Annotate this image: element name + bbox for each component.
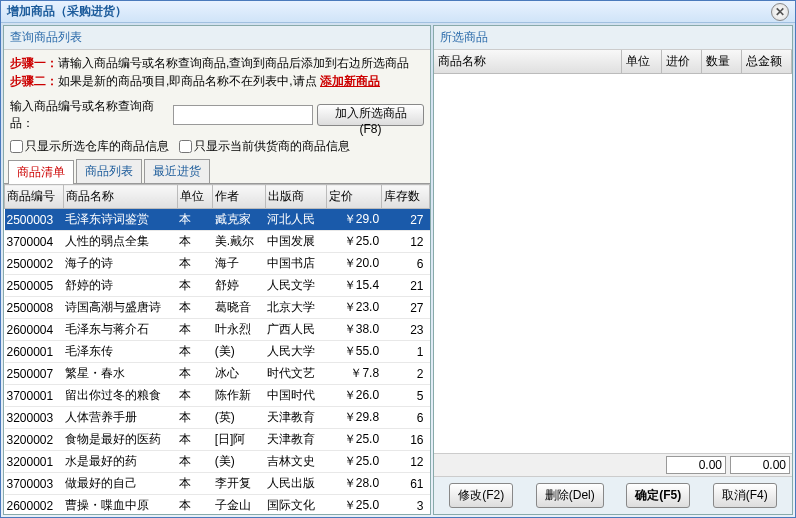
total-qty: 0.00 — [666, 456, 726, 474]
add-selected-button[interactable]: 加入所选商品(F8) — [317, 104, 424, 126]
titlebar: 增加商品（采购进货） ✕ — [1, 1, 795, 23]
query-panel: 查询商品列表 步骤一：请输入商品编号或名称查询商品,查询到商品后添加到右边所选商… — [3, 25, 431, 515]
col-header[interactable]: 商品名称 — [63, 185, 177, 209]
table-row[interactable]: 3200003人体营养手册本(英)天津教育￥29.86 — [5, 407, 430, 429]
col-header[interactable]: 单位 — [177, 185, 213, 209]
filter-supplier[interactable]: 只显示当前供货商的商品信息 — [179, 138, 350, 155]
query-panel-title: 查询商品列表 — [4, 26, 430, 50]
search-input[interactable] — [173, 105, 313, 125]
tab-product-table[interactable]: 商品列表 — [76, 159, 142, 183]
table-row[interactable]: 2500002海子的诗本海子中国书店￥20.06 — [5, 253, 430, 275]
table-row[interactable]: 3700001留出你过冬的粮食本陈作新中国时代￥26.05 — [5, 385, 430, 407]
tab-recent-purchase[interactable]: 最近进货 — [144, 159, 210, 183]
col-header[interactable]: 定价 — [326, 185, 381, 209]
table-row[interactable]: 2600004毛泽东与蒋介石本叶永烈广西人民￥38.023 — [5, 319, 430, 341]
step1-text: 请输入商品编号或名称查询商品,查询到商品后添加到右边所选商品 — [58, 56, 409, 70]
table-row[interactable]: 2500008诗国高潮与盛唐诗本葛晓音北京大学￥23.027 — [5, 297, 430, 319]
table-row[interactable]: 3700003做最好的自己本李开复人民出版￥28.061 — [5, 473, 430, 495]
total-amount: 0.00 — [730, 456, 790, 474]
col-header[interactable]: 库存数 — [381, 185, 429, 209]
selected-header: 商品名称 单位 进价 数量 总金额 — [434, 50, 792, 74]
table-row[interactable]: 3200002食物是最好的医药本[日]阿天津教育￥25.016 — [5, 429, 430, 451]
ok-button[interactable]: 确定(F5) — [626, 483, 690, 508]
filter-warehouse-checkbox[interactable] — [10, 140, 23, 153]
table-row[interactable]: 3700004人性的弱点全集本美.戴尔中国发展￥25.012 — [5, 231, 430, 253]
add-new-product-link[interactable]: 添加新商品 — [320, 74, 380, 88]
product-table[interactable]: 商品编号商品名称单位作者出版商定价库存数 2500003毛泽东诗词鉴赏本臧克家河… — [4, 184, 430, 514]
col-header[interactable]: 作者 — [213, 185, 266, 209]
search-label: 输入商品编号或名称查询商品： — [10, 98, 169, 132]
col-total: 总金额 — [742, 50, 792, 73]
totals-row: 0.00 0.00 — [434, 453, 792, 476]
selected-panel: 所选商品 商品名称 单位 进价 数量 总金额 0.00 0.00 修改(F2) … — [433, 25, 793, 515]
filter-supplier-checkbox[interactable] — [179, 140, 192, 153]
col-name: 商品名称 — [434, 50, 622, 73]
delete-button[interactable]: 删除(Del) — [536, 483, 604, 508]
col-header[interactable]: 出版商 — [265, 185, 326, 209]
cancel-button[interactable]: 取消(F4) — [713, 483, 777, 508]
table-row[interactable]: 2600001毛泽东传本(美)人民大学￥55.01 — [5, 341, 430, 363]
filter-warehouse[interactable]: 只显示所选仓库的商品信息 — [10, 138, 169, 155]
step1-label: 步骤一： — [10, 56, 58, 70]
tab-product-list[interactable]: 商品清单 — [8, 160, 74, 184]
window-title: 增加商品（采购进货） — [7, 3, 127, 20]
table-row[interactable]: 3200001水是最好的药本(美)吉林文史￥25.012 — [5, 451, 430, 473]
table-row[interactable]: 2600002曹操・喋血中原本子金山国际文化￥25.03 — [5, 495, 430, 515]
col-qty: 数量 — [702, 50, 742, 73]
table-row[interactable]: 2500007繁星・春水本冰心时代文艺￥7.82 — [5, 363, 430, 385]
table-row[interactable]: 2500003毛泽东诗词鉴赏本臧克家河北人民￥29.027 — [5, 209, 430, 231]
step2-label: 步骤二： — [10, 74, 58, 88]
selected-panel-title: 所选商品 — [434, 26, 792, 50]
step2-text: 如果是新的商品项目,即商品名称不在列表中,请点 — [58, 74, 317, 88]
col-price: 进价 — [662, 50, 702, 73]
close-icon[interactable]: ✕ — [771, 3, 789, 21]
modify-button[interactable]: 修改(F2) — [449, 483, 513, 508]
col-unit: 单位 — [622, 50, 662, 73]
instructions: 步骤一：请输入商品编号或名称查询商品,查询到商品后添加到右边所选商品 步骤二：如… — [4, 50, 430, 94]
table-row[interactable]: 2500005舒婷的诗本舒婷人民文学￥15.421 — [5, 275, 430, 297]
selected-body[interactable] — [434, 74, 792, 453]
tabs: 商品清单 商品列表 最近进货 — [4, 157, 430, 184]
col-header[interactable]: 商品编号 — [5, 185, 64, 209]
